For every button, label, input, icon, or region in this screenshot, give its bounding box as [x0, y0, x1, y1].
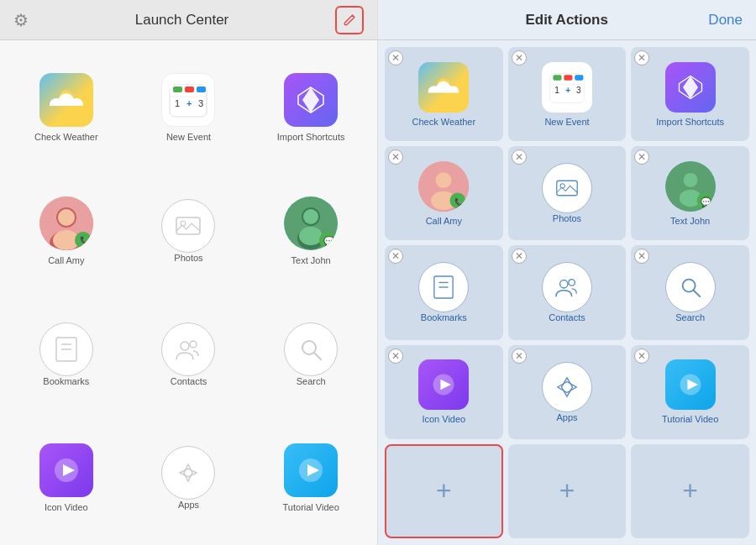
left-grid: Check Weather 1 + 3	[0, 40, 377, 545]
right-new-event-label: New Event	[544, 117, 589, 127]
right-search-icon	[665, 262, 716, 312]
svg-rect-43	[575, 75, 583, 80]
left-cell-new-event[interactable]: 1 + 3 New Event	[129, 47, 249, 167]
right-check-weather-label: Check Weather	[412, 117, 476, 127]
svg-line-34	[314, 353, 321, 359]
left-cell-import-shortcuts[interactable]: Import Shortcuts	[251, 47, 370, 167]
remove-text-john-button[interactable]: ✕	[634, 149, 649, 165]
search-label: Search	[297, 376, 326, 386]
left-cell-icon-video[interactable]: Icon Video	[7, 418, 126, 538]
right-panel: Edit Actions Done ✕ Check Weather ✕ 1	[378, 0, 756, 545]
right-cell-apps[interactable]: ✕ Apps	[508, 345, 627, 439]
remove-contacts-button[interactable]: ✕	[512, 249, 527, 264]
left-cell-tutorial-video[interactable]: Tutorial Video	[251, 418, 370, 538]
right-cell-text-john[interactable]: ✕ 💬 Text John	[631, 146, 749, 240]
right-icon-video-label: Icon Video	[422, 414, 465, 424]
svg-text:+: +	[186, 98, 192, 108]
right-call-amy-label: Call Amy	[426, 216, 462, 226]
right-cell-bookmarks[interactable]: ✕ Bookmarks	[385, 245, 503, 339]
right-bookmarks-label: Bookmarks	[421, 312, 467, 322]
svg-point-31	[181, 342, 189, 350]
remove-icon-video-button[interactable]: ✕	[388, 348, 403, 364]
right-cell-search[interactable]: ✕ Search	[631, 245, 749, 339]
left-cell-text-john[interactable]: 💬 Text John	[251, 170, 370, 291]
left-panel: ⚙ Launch Center Check Weather	[0, 0, 378, 545]
right-cell-new-event[interactable]: ✕ 1 + 3 New Event	[508, 47, 627, 141]
svg-point-20	[181, 221, 186, 226]
add-cell-1[interactable]: +	[385, 444, 503, 538]
svg-text:💬: 💬	[323, 235, 335, 247]
bookmarks-icon	[39, 322, 93, 376]
right-icon-video-icon	[418, 359, 469, 410]
svg-point-15	[58, 209, 75, 226]
gear-icon[interactable]: ⚙	[13, 10, 29, 30]
done-button[interactable]: Done	[708, 12, 743, 29]
svg-rect-19	[176, 217, 200, 234]
svg-rect-42	[564, 75, 572, 80]
left-cell-photos[interactable]: Photos	[129, 170, 249, 291]
right-tutorial-video-icon	[665, 359, 716, 410]
right-cell-check-weather[interactable]: ✕ Check Weather	[385, 47, 503, 141]
remove-check-weather-button[interactable]: ✕	[388, 50, 403, 66]
right-cell-icon-video[interactable]: ✕ Icon Video	[385, 345, 503, 439]
svg-text:+: +	[565, 86, 570, 95]
right-cell-contacts[interactable]: ✕ Contacts	[508, 245, 627, 339]
icon-video-label: Icon Video	[45, 502, 88, 512]
right-check-weather-icon	[418, 62, 469, 113]
add-cell-3[interactable]: +	[631, 444, 749, 538]
remove-photos-button[interactable]: ✕	[512, 149, 527, 165]
left-cell-call-amy[interactable]: 📞 Call Amy	[7, 170, 126, 291]
svg-rect-41	[553, 75, 561, 80]
right-cell-photos[interactable]: ✕ Photos	[508, 146, 627, 240]
right-new-event-icon: 1 + 3	[542, 62, 592, 113]
right-contacts-label: Contacts	[549, 312, 585, 322]
new-event-label: New Event	[166, 132, 211, 142]
svg-point-32	[190, 341, 197, 348]
remove-import-shortcuts-button[interactable]: ✕	[634, 50, 649, 66]
edit-button[interactable]	[335, 6, 364, 34]
right-cell-import-shortcuts[interactable]: ✕ Import Shortcuts	[631, 47, 749, 141]
left-cell-contacts[interactable]: Contacts	[129, 295, 249, 415]
tutorial-video-label: Tutorial Video	[283, 502, 339, 512]
add-cell-2[interactable]: +	[508, 444, 627, 538]
remove-bookmarks-button[interactable]: ✕	[388, 249, 403, 264]
left-cell-search[interactable]: Search	[251, 295, 370, 415]
remove-new-event-button[interactable]: ✕	[512, 50, 527, 66]
contacts-label: Contacts	[171, 376, 207, 386]
photos-label: Photos	[174, 253, 202, 263]
left-cell-bookmarks[interactable]: Bookmarks	[7, 295, 126, 415]
left-cell-apps[interactable]: Apps	[129, 418, 249, 538]
call-amy-icon: 📞	[39, 197, 93, 250]
remove-tutorial-video-button[interactable]: ✕	[634, 348, 649, 364]
remove-call-amy-button[interactable]: ✕	[388, 149, 403, 165]
search-icon	[284, 322, 338, 376]
right-header: Edit Actions Done	[378, 0, 756, 40]
bookmarks-label: Bookmarks	[43, 376, 89, 386]
remove-search-button[interactable]: ✕	[634, 249, 649, 264]
apps-icon	[161, 446, 215, 500]
right-import-shortcuts-icon	[665, 62, 716, 113]
import-shortcuts-icon	[284, 73, 338, 127]
right-tutorial-video-label: Tutorial Video	[662, 414, 718, 424]
right-apps-label: Apps	[556, 412, 577, 422]
right-bookmarks-icon	[418, 262, 469, 312]
right-cell-call-amy[interactable]: ✕ 📞 Call Amy	[385, 146, 503, 240]
svg-text:1: 1	[175, 98, 180, 108]
call-amy-label: Call Amy	[48, 255, 84, 265]
svg-point-56	[683, 173, 697, 187]
svg-rect-53	[557, 181, 578, 197]
right-cell-tutorial-video[interactable]: ✕ Tutorial Video	[631, 345, 749, 439]
svg-text:📞: 📞	[454, 197, 465, 207]
right-photos-icon	[542, 163, 592, 213]
svg-text:3: 3	[576, 86, 581, 95]
tutorial-video-icon	[284, 443, 338, 497]
remove-apps-button[interactable]: ✕	[512, 348, 527, 364]
new-event-icon: 1 + 3	[161, 73, 215, 127]
contacts-icon	[161, 322, 215, 376]
photos-icon	[161, 199, 215, 253]
svg-point-49	[436, 172, 452, 188]
check-weather-icon	[39, 73, 93, 127]
icon-video-icon	[39, 443, 93, 497]
left-cell-check-weather[interactable]: Check Weather	[7, 47, 126, 167]
left-panel-title: Launch Center	[135, 12, 229, 29]
